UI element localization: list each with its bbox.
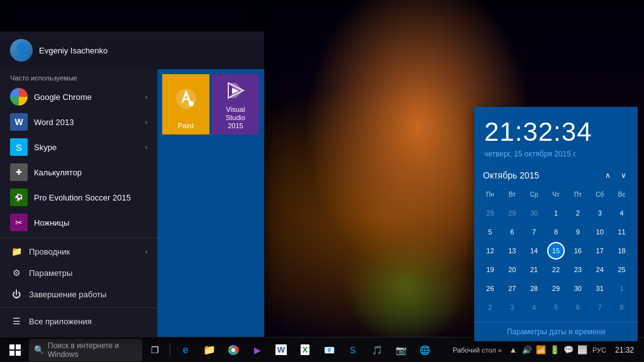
cal-header-fri: Пт — [569, 185, 587, 203]
cal-day-4[interactable]: 4 — [613, 204, 631, 222]
tile-vs[interactable]: ▶ Visual Studio 2015 — [212, 74, 259, 134]
cal-day-3[interactable]: 3 — [591, 204, 609, 222]
calendar-next-button[interactable]: ∨ — [618, 170, 629, 181]
cal-day-16[interactable]: 16 — [569, 242, 587, 260]
all-apps-label: Все приложения — [29, 317, 92, 326]
calendar-prev-button[interactable]: ∧ — [602, 170, 613, 181]
taskbar-app4-icon: 📷 — [396, 345, 406, 355]
cal-day-26[interactable]: 26 — [481, 280, 499, 297]
start-user-section: 👤 Evgeniy Isachenko — [0, 31, 264, 69]
cal-day-2-nov[interactable]: 2 — [481, 299, 499, 316]
cal-day-28-sep[interactable]: 28 — [481, 204, 499, 222]
language-label[interactable]: РУС — [590, 346, 609, 354]
cal-day-8-nov[interactable]: 8 — [613, 299, 631, 316]
cal-day-29[interactable]: 29 — [547, 280, 565, 297]
cal-header-tue: Вт — [503, 185, 521, 203]
cal-day-17[interactable]: 17 — [591, 242, 609, 260]
cal-day-4-nov[interactable]: 4 — [525, 299, 543, 316]
tray-arrow[interactable]: ▲ — [507, 339, 519, 361]
cal-day-6-nov[interactable]: 6 — [569, 299, 587, 316]
taskbar-edge[interactable]: e — [174, 337, 197, 363]
cal-day-12[interactable]: 12 — [481, 242, 499, 260]
start-app-skype[interactable]: S Skype › — [0, 134, 157, 160]
start-all-apps[interactable]: ☰ Все приложения — [0, 310, 157, 332]
cal-day-21[interactable]: 21 — [525, 261, 543, 278]
user-avatar[interactable]: 👤 — [10, 39, 33, 62]
taskbar-app1-icon: 📧 — [324, 345, 335, 355]
cal-day-6[interactable]: 6 — [503, 223, 521, 241]
cal-day-28[interactable]: 28 — [525, 280, 543, 297]
tray-desktop[interactable]: ⬜ — [576, 339, 589, 361]
taskbar-left: 🔍 Поиск в интернете и Windows ❐ e 📁 ▶ — [0, 337, 438, 363]
explorer-label: Проводник — [29, 247, 70, 256]
start-settings[interactable]: ⚙ Параметры — [0, 262, 157, 283]
chrome-arrow: › — [145, 94, 147, 101]
taskbar-app5[interactable]: 🌐 — [413, 337, 436, 363]
taskbar-vs[interactable]: ▶ — [246, 337, 269, 363]
taskbar-excel[interactable]: X — [294, 337, 316, 363]
cal-day-11[interactable]: 11 — [613, 223, 631, 241]
cal-day-30[interactable]: 30 — [569, 280, 587, 297]
cal-day-13[interactable]: 13 — [503, 242, 521, 260]
cal-day-20[interactable]: 20 — [503, 261, 521, 278]
taskbar-chrome[interactable] — [222, 337, 245, 363]
tray-network[interactable]: 📶 — [535, 339, 547, 361]
start-app-calc[interactable]: ✚ Калькулятор — [0, 160, 157, 185]
chrome-label: Google Chrome — [34, 92, 139, 102]
cal-day-14[interactable]: 14 — [525, 242, 543, 260]
cal-day-1-nov[interactable]: 1 — [613, 280, 631, 297]
calendar-date: четверг, 15 октября 2015 г. — [474, 150, 638, 166]
cal-day-23[interactable]: 23 — [569, 261, 587, 278]
start-app-chrome[interactable]: Google Chrome › — [0, 84, 157, 109]
cal-day-10[interactable]: 10 — [591, 223, 609, 241]
cal-day-27[interactable]: 27 — [503, 280, 521, 297]
paint-tile-label: Paint — [178, 122, 194, 130]
cal-day-22[interactable]: 22 — [547, 261, 565, 278]
cal-header-mon: Пн — [481, 185, 499, 203]
tray-volume[interactable]: 🔊 — [521, 339, 533, 361]
cal-day-15-today[interactable]: 15 — [547, 242, 565, 260]
svg-rect-6 — [16, 344, 21, 349]
search-button[interactable]: 🔍 Поиск в интернете и Windows — [29, 339, 142, 361]
taskbar-explorer[interactable]: 📁 — [198, 337, 221, 363]
taskbar-skype[interactable]: S — [341, 337, 364, 363]
cal-day-8[interactable]: 8 — [547, 223, 565, 241]
cal-day-9[interactable]: 9 — [569, 223, 587, 241]
start-app-pes[interactable]: ⚽ Pro Evolution Soccer 2015 — [0, 185, 157, 210]
calendar-time: 21:32:34 — [474, 107, 638, 150]
start-app-scissors[interactable]: ✂ Ножницы — [0, 210, 157, 235]
taskbar-app4[interactable]: 📷 — [389, 337, 412, 363]
start-menu: 👤 Evgeniy Isachenko Часто используемые G… — [0, 31, 264, 337]
cal-day-30-sep[interactable]: 30 — [525, 204, 543, 222]
chrome-icon — [10, 88, 28, 106]
cal-day-25[interactable]: 25 — [613, 261, 631, 278]
start-explorer[interactable]: 📁 Проводник › — [0, 241, 157, 262]
tile-paint[interactable]: Paint — [162, 74, 209, 134]
taskbar-word[interactable]: W — [270, 337, 292, 363]
cal-day-18[interactable]: 18 — [613, 242, 631, 260]
start-app-word[interactable]: W Word 2013 › — [0, 109, 157, 134]
calendar-settings-link[interactable]: Параметры даты и времени — [474, 322, 638, 341]
cal-day-5[interactable]: 5 — [481, 223, 499, 241]
shutdown-icon: ⏻ — [10, 288, 23, 300]
taskbar-app3[interactable]: 🎵 — [365, 337, 388, 363]
cal-day-7-nov[interactable]: 7 — [591, 299, 609, 316]
tray-battery[interactable]: 🔋 — [548, 339, 561, 361]
cal-day-29-sep[interactable]: 29 — [503, 204, 521, 222]
cal-day-7[interactable]: 7 — [525, 223, 543, 241]
tray-notifications[interactable]: 💬 — [562, 339, 575, 361]
start-left-panel: Часто используемые Google Chrome › W Wor… — [0, 69, 157, 337]
start-shutdown[interactable]: ⏻ Завершение работы — [0, 283, 157, 305]
task-view-button[interactable]: ❐ — [143, 339, 166, 361]
cal-day-24[interactable]: 24 — [591, 261, 609, 278]
cal-day-19[interactable]: 19 — [481, 261, 499, 278]
desktop-label[interactable]: Рабочий стол » — [449, 346, 506, 354]
taskbar-app1[interactable]: 📧 — [318, 337, 340, 363]
cal-day-1[interactable]: 1 — [547, 204, 565, 222]
cal-day-5-nov[interactable]: 5 — [547, 299, 565, 316]
start-button[interactable] — [3, 339, 28, 361]
cal-day-2[interactable]: 2 — [569, 204, 587, 222]
cal-day-3-nov[interactable]: 3 — [503, 299, 521, 316]
taskbar-explorer-icon: 📁 — [203, 344, 216, 356]
cal-day-31[interactable]: 31 — [591, 280, 609, 297]
